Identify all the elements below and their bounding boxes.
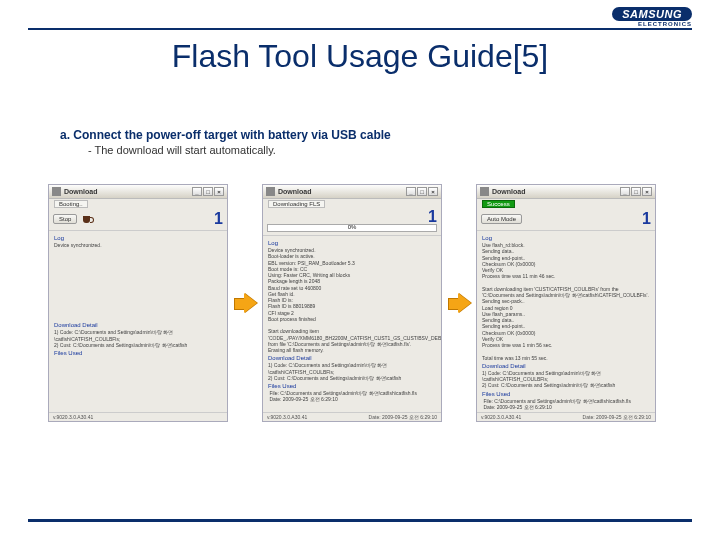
status-header: Success <box>477 199 655 208</box>
status-text: Downloading FLS <box>268 200 325 208</box>
status-header: Downloading FLS <box>263 199 441 208</box>
mode-button[interactable]: Auto Mode <box>481 214 522 224</box>
window-controls: _ □ × <box>620 187 652 196</box>
status-header: Booting.. <box>49 199 227 208</box>
top-rule <box>28 28 692 30</box>
screenshot-downloading: Download _ □ × Downloading FLS 1 0% Log … <box>262 184 442 422</box>
maximize-button[interactable]: □ <box>631 187 641 196</box>
log-text: Use flash_rd:block. Sending data.. Sendi… <box>482 242 650 361</box>
minimize-button[interactable]: _ <box>192 187 202 196</box>
control-row: Auto Mode 1 <box>477 208 655 230</box>
arrow-icon <box>446 290 472 316</box>
step-section: a. Connect the power-off target with bat… <box>60 128 680 156</box>
minimize-button[interactable]: _ <box>620 187 630 196</box>
log-label: Log <box>482 235 650 241</box>
log-label: Log <box>268 240 436 246</box>
log-pane: Log Device synchronized. Boot-loader is … <box>263 235 441 412</box>
statusbar: v.9020.3.0.A30.41 Date: 2009-09-25 오전 6:… <box>477 412 655 421</box>
window-controls: _ □ × <box>192 187 224 196</box>
minimize-button[interactable]: _ <box>406 187 416 196</box>
screenshot-booting: Download _ □ × Booting.. Stop 1 Log Devi… <box>48 184 228 422</box>
app-icon <box>266 187 275 196</box>
close-button[interactable]: × <box>642 187 652 196</box>
control-row: Stop 1 <box>49 208 227 230</box>
download-detail-text: 1) Code: C:\Documents and Settings\admin… <box>54 329 222 348</box>
coffee-icon <box>82 213 94 225</box>
maximize-button[interactable]: □ <box>417 187 427 196</box>
close-button[interactable]: × <box>428 187 438 196</box>
version-text: v.9020.3.0.A30.41 <box>53 414 93 420</box>
bottom-rule <box>28 519 692 522</box>
files-used-label: Files Used <box>54 350 222 356</box>
logo-text: SAMSUNG <box>612 7 692 21</box>
date-text: Date: 2009-09-25 오전 6:29:10 <box>369 414 437 420</box>
step-heading: a. Connect the power-off target with bat… <box>60 128 680 142</box>
progress-bar: 0% <box>267 224 437 232</box>
step-sub: - The download will start automatically. <box>88 144 680 156</box>
maximize-button[interactable]: □ <box>203 187 213 196</box>
statusbar: v.9020.3.0.A30.41 <box>49 412 227 421</box>
log-pane: Log Use flash_rd:block. Sending data.. S… <box>477 230 655 412</box>
files-used-text: File: C:\Documents and Settings\admin\바탕… <box>268 390 436 403</box>
download-detail-label: Download Detail <box>54 322 222 328</box>
screenshot-success: Download _ □ × Success Auto Mode 1 Log U… <box>476 184 656 422</box>
download-detail-text: 1) Code: C:\Documents and Settings\admin… <box>268 362 436 381</box>
window-title: Download <box>64 188 97 195</box>
logo-subtext: ELECTRONICS <box>612 21 692 27</box>
date-text: Date: 2009-09-25 오전 6:29:10 <box>583 414 651 420</box>
files-used-label: Files Used <box>482 391 650 397</box>
download-detail-label: Download Detail <box>268 355 436 361</box>
download-detail-text: 1) Code: C:\Documents and Settings\admin… <box>482 370 650 389</box>
channel-number: 1 <box>642 210 651 228</box>
titlebar: Download _ □ × <box>477 185 655 199</box>
status-text: Success <box>482 200 515 208</box>
close-button[interactable]: × <box>214 187 224 196</box>
window-title: Download <box>278 188 311 195</box>
titlebar: Download _ □ × <box>49 185 227 199</box>
app-icon <box>52 187 61 196</box>
control-row: 1 <box>263 208 441 224</box>
channel-number: 1 <box>214 210 223 228</box>
window-controls: _ □ × <box>406 187 438 196</box>
brand-logo: SAMSUNG ELECTRONICS <box>612 4 692 27</box>
window-title: Download <box>492 188 525 195</box>
version-text: v.9020.3.0.A30.41 <box>481 414 521 420</box>
log-text: Device synchronized. Boot-loader is acti… <box>268 247 436 353</box>
stop-button[interactable]: Stop <box>53 214 77 224</box>
app-icon <box>480 187 489 196</box>
log-pane: Log Device synchronized. Download Detail… <box>49 230 227 412</box>
log-text: Device synchronized. <box>54 242 222 248</box>
log-label: Log <box>54 235 222 241</box>
status-text: Booting.. <box>54 200 88 208</box>
version-text: v.9020.3.0.A30.41 <box>267 414 307 420</box>
files-used-text: File: C:\Documents and Settings\admin\바탕… <box>482 398 650 411</box>
statusbar: v.9020.3.0.A30.41 Date: 2009-09-25 오전 6:… <box>263 412 441 421</box>
page-title: Flash Tool Usage Guide[5] <box>0 38 720 75</box>
arrow-icon <box>232 290 258 316</box>
titlebar: Download _ □ × <box>263 185 441 199</box>
files-used-label: Files Used <box>268 383 436 389</box>
screenshots-row: Download _ □ × Booting.. Stop 1 Log Devi… <box>48 184 692 422</box>
download-detail-label: Download Detail <box>482 363 650 369</box>
progress-label: 0% <box>348 224 357 230</box>
